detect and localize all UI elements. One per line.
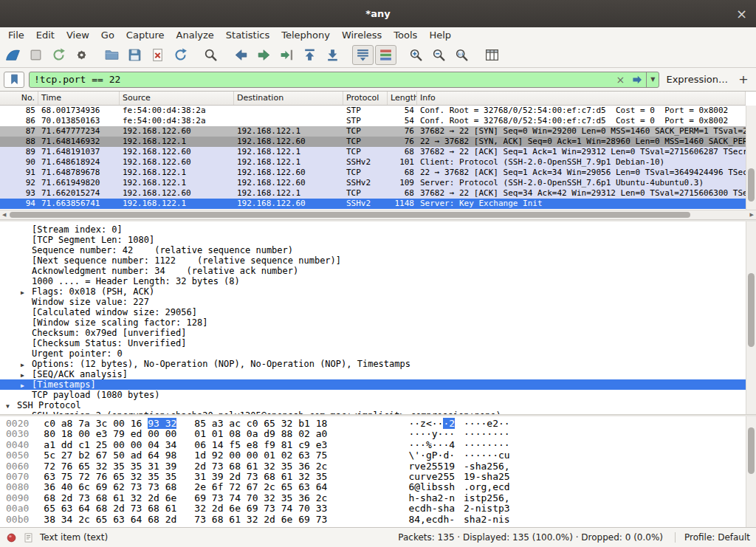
scrollbar-thumb[interactable] [748,427,755,474]
filter-text[interactable]: !tcp.port == 22 [30,74,613,85]
open-file-folder-icon[interactable] [101,45,123,65]
colorize-packets-icon[interactable] [375,45,396,65]
resize-columns-icon[interactable] [481,45,503,65]
go-forward-arrow-icon[interactable] [253,45,275,65]
detail-line[interactable]: ▶Options: (12 bytes), No-Operation (NOP)… [0,359,746,369]
expression-button[interactable]: Expression… [664,74,730,85]
scrollbar-track[interactable] [8,210,747,219]
clear-filter-icon[interactable]: × [613,75,629,85]
filter-input[interactable]: !tcp.port == 22 × ▼ [29,72,659,88]
detail-line[interactable]: Sequence number: 42 (relative sequence n… [0,245,746,255]
menu-view[interactable]: View [61,29,95,41]
go-back-arrow-icon[interactable] [230,45,252,65]
column-header-source[interactable]: Source [120,92,234,105]
close-icon[interactable]: × [736,7,747,21]
column-header-time[interactable]: Time [38,92,120,105]
collapse-arrow-icon[interactable]: ▶ [21,412,32,414]
packet-list-hscrollbar[interactable]: ◀ ▶ [0,210,756,219]
packet-row[interactable]: 9171.648789678192.168.122.1192.168.122.6… [0,168,746,178]
go-to-bottom-icon[interactable] [322,45,343,65]
packet-list-vscrollbar[interactable] [746,106,756,210]
packet-row[interactable]: 8871.648146932192.168.122.1192.168.122.6… [0,137,746,147]
expand-arrow-icon[interactable]: ▼ [6,402,17,412]
hex-row[interactable]: 007063 75 72 76 65 32 35 3531 39 2d 73 6… [6,472,756,482]
detail-line[interactable]: [Window size scaling factor: 128] [0,317,746,328]
scrollbar-thumb[interactable] [748,168,755,202]
scroll-right-icon[interactable]: ▶ [748,212,756,218]
apply-filter-icon[interactable] [628,74,646,86]
find-packet-magnifier-icon[interactable] [200,45,221,65]
column-header-destination[interactable]: Destination [234,92,343,105]
hex-row[interactable]: 00505c 27 b2 67 50 ad 64 981d 92 00 00 0… [6,450,756,461]
column-header-protocol[interactable]: Protocol [343,92,388,105]
menu-capture[interactable]: Capture [120,29,171,41]
reload-file-icon[interactable] [170,45,191,65]
menu-go[interactable]: Go [95,29,120,41]
column-header-length[interactable]: Length [388,92,417,105]
detail-line[interactable]: [Checksum Status: Unverified] [0,338,746,348]
detail-line[interactable]: ▶[Timestamps] [0,379,746,390]
zoom-out-icon[interactable] [428,45,450,65]
save-file-icon[interactable] [124,45,145,65]
filter-bookmark-button[interactable] [4,72,24,88]
scrollbar-thumb[interactable] [10,212,690,218]
detail-line[interactable]: Checksum: 0x79ed [unverified] [0,328,746,338]
profile-button[interactable]: Profile: Default [675,532,750,543]
hex-row[interactable]: 006072 76 65 32 35 35 31 392d 73 68 61 3… [6,461,756,472]
packet-row[interactable]: 9471.663856741192.168.122.1192.168.122.6… [0,199,746,209]
detail-line[interactable]: TCP payload (1080 bytes) [0,390,746,400]
detail-line[interactable]: [TCP Segment Len: 1080] [0,235,746,245]
detail-line[interactable]: Acknowledgment number: 34 (relative ack … [0,266,746,276]
detail-line[interactable]: [Stream index: 0] [0,224,746,235]
details-vscrollbar[interactable] [746,221,756,414]
packet-row[interactable]: 9071.648618924192.168.122.60192.168.122.… [0,157,746,168]
close-file-icon[interactable] [147,45,168,65]
title-bar[interactable]: *any × [0,0,756,27]
zoom-in-icon[interactable] [405,45,427,65]
detail-line[interactable]: Urgent pointer: 0 [0,348,746,359]
detail-line[interactable]: ▶SSH Version 2 (encryption:chacha20-poly… [0,410,746,414]
column-header-info[interactable]: Info [417,92,746,105]
packet-row[interactable]: 8771.647777234192.168.122.60192.168.122.… [0,126,746,137]
menu-edit[interactable]: Edit [30,29,61,41]
hex-row[interactable]: 00b038 34 2c 65 63 64 68 2d73 68 61 32 2… [6,515,756,525]
menu-tools[interactable]: Tools [388,29,423,41]
zoom-original-icon[interactable]: 1:1 [451,45,472,65]
detail-line[interactable]: [Calculated window size: 29056] [0,307,746,317]
add-filter-button[interactable]: + [735,72,752,88]
packet-row[interactable]: 8568.001734936fe:54:00:d4:38:2aSTP54Conf… [0,106,746,116]
packet-row[interactable]: 8971.648191037192.168.122.60192.168.122.… [0,147,746,157]
stop-capture-icon[interactable] [25,45,47,65]
capture-options-gear-icon[interactable] [71,45,92,65]
capture-comment-icon[interactable] [23,532,34,543]
packet-row[interactable]: 8670.013850163fe:54:00:d4:38:2aSTP54Conf… [0,116,746,126]
hex-row[interactable]: 0020c0 a8 7a 3c 00 16 93 3285 a3 ac c0 6… [6,419,756,429]
menu-file[interactable]: File [2,29,30,41]
detail-line[interactable]: ▶Flags: 0x018 (PSH, ACK) [0,286,746,297]
scrollbar-thumb[interactable] [748,273,755,346]
hex-row[interactable]: 008036 40 6c 69 62 73 73 682e 6f 72 67 2… [6,482,756,492]
hex-row[interactable]: 003080 18 00 e3 79 ed 00 0001 01 08 0a d… [6,429,756,439]
auto-scroll-icon[interactable] [352,45,374,65]
filter-dropdown-icon[interactable]: ▼ [646,72,659,87]
hex-row[interactable]: 00a065 63 64 68 2d 73 68 6132 2d 6e 69 7… [6,503,756,514]
detail-line[interactable]: ▼SSH Protocol [0,400,746,410]
column-header-no[interactable]: No. [0,92,38,105]
start-capture-icon[interactable] [2,45,24,65]
packet-row[interactable]: 9371.662015274192.168.122.60192.168.122.… [0,188,746,199]
detail-line[interactable]: Window size value: 227 [0,297,746,307]
go-to-top-icon[interactable] [299,45,320,65]
restart-capture-icon[interactable] [48,45,69,65]
menu-help[interactable]: Help [423,29,457,41]
hex-row[interactable]: 0040a1 dd c1 25 00 00 04 3406 14 f5 e8 f… [6,440,756,450]
packet-row[interactable]: 9271.661949820192.168.122.1192.168.122.6… [0,178,746,188]
detail-line[interactable]: 1000 .... = Header Length: 32 bytes (8) [0,276,746,286]
detail-line[interactable]: ▶[SEQ/ACK analysis] [0,369,746,379]
hex-vscrollbar[interactable] [746,416,756,527]
menu-telephony[interactable]: Telephony [275,29,336,41]
menu-analyze[interactable]: Analyze [171,29,220,41]
hex-row[interactable]: 009068 2d 73 68 61 32 2d 6e69 73 74 70 3… [6,493,756,503]
detail-line[interactable]: [Next sequence number: 1122 (relative se… [0,255,746,266]
expert-info-icon[interactable] [6,532,17,543]
menu-wireless[interactable]: Wireless [336,29,388,41]
